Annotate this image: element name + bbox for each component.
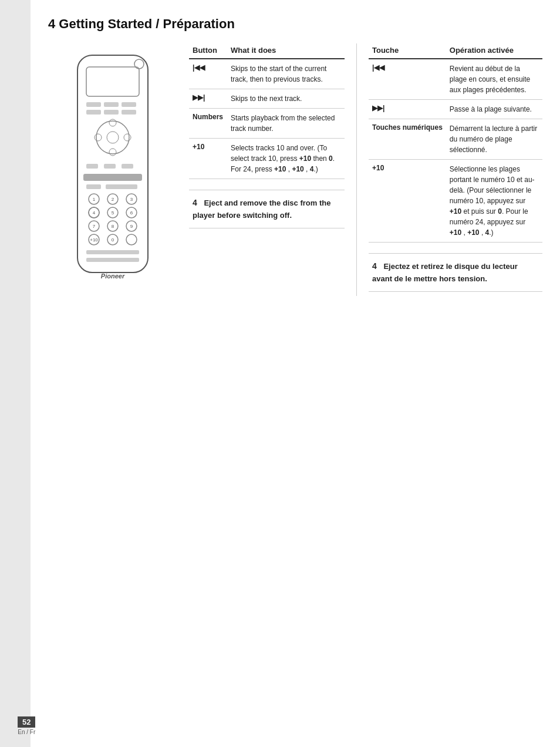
fr-button-plus10: +10 xyxy=(369,160,446,243)
fr-desc-prev: Revient au début de la plage en cours, e… xyxy=(446,59,542,100)
remote-control-image: 1 2 3 4 5 6 7 8 9 +10 xyxy=(66,49,160,296)
french-instructions-col: Touche Opération activée |◀◀ Revient au … xyxy=(363,43,542,296)
svg-text:6: 6 xyxy=(130,210,133,216)
page-footer: 52 En / Fr xyxy=(18,716,35,735)
table-row: |◀◀ Revient au début de la plage en cour… xyxy=(369,59,542,100)
svg-text:1: 1 xyxy=(93,197,96,202)
table-row: Numbers Starts playback from the selecte… xyxy=(189,109,345,139)
svg-rect-3 xyxy=(86,102,101,107)
french-col1-header: Touche xyxy=(369,43,446,59)
page-lang: En / Fr xyxy=(18,729,35,735)
table-row: +10 Sélectionne les plages portant le nu… xyxy=(369,160,542,243)
fr-button-prev: |◀◀ xyxy=(369,59,446,100)
svg-text:8: 8 xyxy=(112,224,114,229)
page-title: 4 Getting Started / Préparation xyxy=(48,16,542,32)
svg-rect-7 xyxy=(104,110,119,115)
svg-rect-17 xyxy=(122,164,133,169)
svg-rect-19 xyxy=(86,184,101,189)
svg-rect-15 xyxy=(86,164,98,169)
english-col2-header: What it does xyxy=(227,43,345,59)
svg-rect-5 xyxy=(122,102,136,107)
svg-rect-45 xyxy=(86,250,139,254)
english-col1-header: Button xyxy=(189,43,227,59)
desc-next: Skips to the next track. xyxy=(227,89,345,109)
french-step4-num: 4 xyxy=(372,261,377,271)
button-numbers: Numbers xyxy=(189,109,227,139)
svg-text:Pioneer: Pioneer xyxy=(101,272,125,280)
svg-rect-18 xyxy=(83,174,142,181)
french-col2-header: Opération activée xyxy=(446,43,542,59)
table-row: ▶▶| Skips to the next track. xyxy=(189,89,345,109)
french-step4-text: Ejectez et retirez le disque du lecteur … xyxy=(372,262,518,283)
french-step4: 4 Ejectez et retirez le disque du lecteu… xyxy=(369,253,542,292)
fr-desc-numbers: Démarrent la lecture à partir du numéro … xyxy=(446,119,542,160)
fr-desc-plus10: Sélectionne les plages portant le numéro… xyxy=(446,160,542,243)
fr-desc-next: Passe à la plage suivante. xyxy=(446,100,542,119)
page-number: 52 xyxy=(18,716,35,728)
svg-text:7: 7 xyxy=(93,224,96,229)
svg-rect-8 xyxy=(122,110,136,115)
svg-rect-4 xyxy=(104,102,119,107)
svg-text:+10: +10 xyxy=(90,237,98,243)
svg-text:5: 5 xyxy=(112,210,114,216)
column-divider xyxy=(356,43,357,296)
fr-button-numbers: Touches numériques xyxy=(369,119,446,160)
svg-rect-46 xyxy=(86,258,139,262)
table-row: ▶▶| Passe à la plage suivante. xyxy=(369,100,542,119)
button-plus10: +10 xyxy=(189,139,227,179)
desc-plus10: Selects tracks 10 and over. (To select t… xyxy=(227,139,345,179)
svg-rect-6 xyxy=(86,110,101,115)
remote-image-col: 1 2 3 4 5 6 7 8 9 +10 xyxy=(48,43,177,296)
svg-text:2: 2 xyxy=(112,197,114,202)
table-row: Touches numériques Démarrent la lecture … xyxy=(369,119,542,160)
english-step4-text: Eject and remove the disc from the playe… xyxy=(193,198,330,220)
button-next: ▶▶| xyxy=(189,89,227,109)
english-instructions-col: Button What it does |◀◀ Skips to the sta… xyxy=(177,43,350,296)
svg-text:0: 0 xyxy=(112,237,114,243)
english-step4-num: 4 xyxy=(193,198,197,207)
desc-numbers: Starts playback from the selected track … xyxy=(227,109,345,139)
left-gray-bar xyxy=(0,0,31,747)
english-step4: 4 Eject and remove the disc from the pla… xyxy=(189,190,345,228)
svg-text:3: 3 xyxy=(130,197,133,202)
english-table: Button What it does |◀◀ Skips to the sta… xyxy=(189,43,345,179)
french-table: Touche Opération activée |◀◀ Revient au … xyxy=(369,43,542,243)
table-row: |◀◀ Skips to the start of the current tr… xyxy=(189,59,345,89)
table-row: +10 Selects tracks 10 and over. (To sele… xyxy=(189,139,345,179)
button-prev: |◀◀ xyxy=(189,59,227,89)
svg-text:9: 9 xyxy=(130,224,133,229)
svg-text:4: 4 xyxy=(93,210,96,216)
fr-button-next: ▶▶| xyxy=(369,100,446,119)
desc-prev: Skips to the start of the current track,… xyxy=(227,59,345,89)
svg-rect-20 xyxy=(106,184,137,189)
svg-rect-16 xyxy=(104,164,116,169)
